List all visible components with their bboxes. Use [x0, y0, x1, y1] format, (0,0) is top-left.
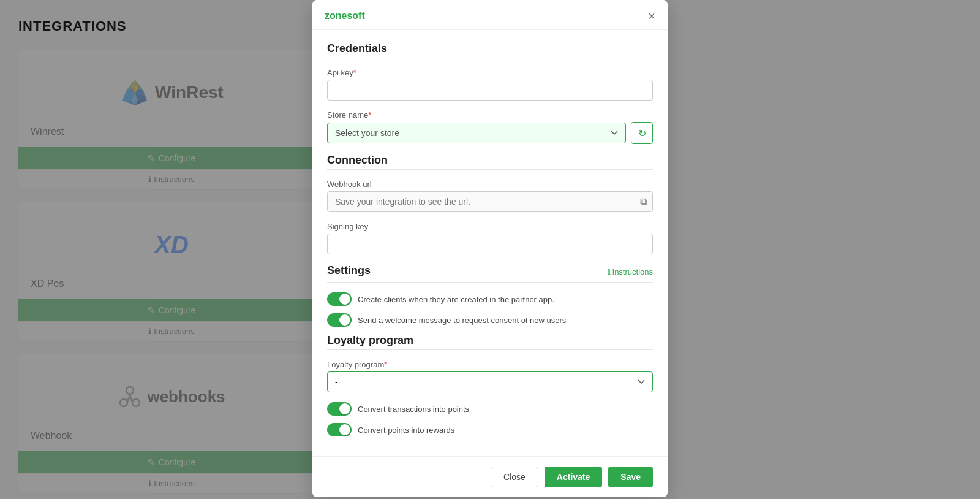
loyalty-title: Loyalty program — [327, 334, 653, 347]
webhook-url-input — [327, 191, 653, 212]
settings-header: Settings ℹ Instructions — [327, 264, 653, 280]
store-select-wrapper: Select your store ↻ — [327, 122, 653, 144]
toggle-convert-points-label: Convert points into rewards — [358, 425, 454, 435]
modal-dialog: zonesoft × Credentials Api key* Store na… — [312, 0, 668, 497]
required-marker: * — [353, 68, 356, 77]
webhook-url-label: Webhook url — [327, 180, 653, 189]
webhook-url-group: Webhook url ⧉ — [327, 180, 653, 212]
settings-title: Settings — [327, 264, 371, 277]
settings-instructions-label: Instructions — [612, 267, 653, 276]
modal-content: Credentials Api key* Store name* Select … — [312, 30, 668, 456]
connection-title: Connection — [327, 154, 653, 167]
modal-close-button[interactable]: Close — [491, 467, 538, 487]
credentials-title: Credentials — [327, 42, 653, 55]
api-key-input[interactable] — [327, 80, 653, 101]
toggle-welcome-message-label: Send a welcome message to request consen… — [358, 316, 566, 325]
settings-divider — [327, 282, 653, 283]
toggle-create-clients-label: Create clients when they are created in … — [358, 295, 554, 304]
required-marker3: * — [384, 360, 387, 369]
settings-instructions-link[interactable]: ℹ Instructions — [608, 267, 653, 276]
toggle-row-2: Send a welcome message to request consen… — [327, 313, 653, 327]
signing-key-input[interactable] — [327, 234, 653, 254]
modal-header: zonesoft × — [312, 0, 668, 30]
info-icon-settings: ℹ — [608, 267, 611, 276]
store-select[interactable]: Select your store — [327, 123, 626, 143]
signing-key-label: Signing key — [327, 222, 653, 231]
signing-key-group: Signing key — [327, 222, 653, 254]
store-name-label: Store name* — [327, 110, 653, 120]
settings-section: Settings ℹ Instructions Create clients w… — [327, 264, 653, 327]
toggle-convert-points[interactable] — [327, 423, 352, 436]
toggle-convert-transactions-label: Convert transactions into points — [358, 405, 469, 414]
loyalty-program-label: Loyalty program* — [327, 360, 653, 369]
webhook-url-field-wrapper: ⧉ — [327, 191, 653, 212]
connection-section: Connection Webhook url ⧉ Signing key — [327, 154, 653, 254]
toggle-row-4: Convert points into rewards — [327, 423, 653, 436]
refresh-stores-button[interactable]: ↻ — [631, 122, 653, 144]
close-button[interactable]: × — [648, 10, 655, 22]
credentials-divider — [327, 58, 653, 58]
connection-divider — [327, 169, 653, 170]
toggle-convert-transactions[interactable] — [327, 402, 352, 416]
toggle-welcome-message[interactable] — [327, 313, 352, 327]
toggle-row-3: Convert transactions into points — [327, 402, 653, 416]
toggle-row-1: Create clients when they are created in … — [327, 292, 653, 306]
loyalty-program-select[interactable]: - — [327, 371, 653, 392]
loyalty-divider — [327, 349, 653, 350]
required-marker2: * — [368, 110, 371, 120]
loyalty-program-group: Loyalty program* - — [327, 360, 653, 392]
modal-footer: Close Activate Save — [312, 456, 668, 497]
modal-brand[interactable]: zonesoft — [325, 10, 365, 21]
copy-icon[interactable]: ⧉ — [640, 196, 647, 207]
modal-overlay: zonesoft × Credentials Api key* Store na… — [0, 0, 980, 499]
store-name-group: Store name* Select your store ↻ — [327, 110, 653, 144]
toggle-create-clients[interactable] — [327, 292, 352, 306]
credentials-section: Credentials Api key* Store name* Select … — [327, 42, 653, 144]
save-button[interactable]: Save — [608, 467, 653, 487]
refresh-icon: ↻ — [638, 128, 646, 139]
api-key-group: Api key* — [327, 68, 653, 101]
api-key-label: Api key* — [327, 68, 653, 77]
activate-button[interactable]: Activate — [545, 467, 602, 487]
loyalty-section: Loyalty program Loyalty program* - Conve… — [327, 334, 653, 436]
